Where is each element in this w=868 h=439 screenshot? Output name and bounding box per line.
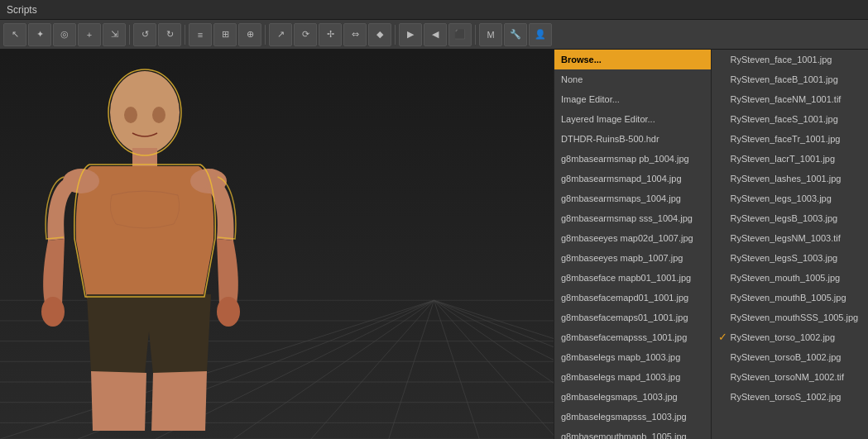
- dropdown-item-r1[interactable]: RySteven_face_1001.jpg: [712, 50, 869, 69]
- toolbar-separator: [475, 25, 476, 45]
- rotate-tool[interactable]: ◎: [53, 23, 76, 46]
- dropdown-item-label: RySteven_legsNM_1003.tif: [731, 233, 841, 243]
- gem-btn[interactable]: ◆: [368, 23, 391, 46]
- dropdown-item-r5[interactable]: RySteven_faceTr_1001.jpg: [712, 129, 869, 149]
- rec-btn[interactable]: ⬛: [448, 23, 472, 46]
- dropdown-item-r10[interactable]: RySteven_legsNM_1003.tif: [712, 228, 869, 248]
- dropdown-item-label: RySteven_faceS_1001.jpg: [731, 114, 838, 124]
- undo-btn[interactable]: ↺: [133, 23, 156, 46]
- svg-point-20: [110, 71, 180, 154]
- dropdown-item-r6[interactable]: RySteven_lacrT_1001.jpg: [712, 149, 869, 169]
- svg-point-24: [41, 297, 65, 327]
- dropdown-item-r2[interactable]: RySteven_faceB_1001.jpg: [712, 69, 869, 89]
- dropdown-item-label: RySteven_torso_1002.jpg: [731, 330, 836, 345]
- dropdown-item-r17[interactable]: RySteven_torsoNM_1002.tif: [712, 367, 869, 387]
- back-btn[interactable]: ◀: [424, 23, 447, 46]
- dropdown-item-layered-editor[interactable]: Layered Image Editor...: [554, 109, 711, 129]
- cursor-tool[interactable]: ↖: [3, 23, 26, 46]
- dropdown-item-g8mbase8[interactable]: g8mbasefacemapd01_1001.jpg: [554, 288, 711, 308]
- arrow-btn[interactable]: ↗: [269, 23, 292, 46]
- svg-point-28: [152, 107, 165, 123]
- svg-rect-21: [132, 148, 157, 169]
- dropdown-item-g8mbase5[interactable]: g8mbaseeyes map02d_1007.jpg: [554, 228, 711, 248]
- toolbar-separator: [185, 25, 185, 45]
- mirror-btn[interactable]: ⇔: [343, 23, 367, 46]
- scale-tool[interactable]: ⇲: [103, 23, 126, 46]
- add-btn[interactable]: ⊕: [238, 23, 261, 46]
- main-toolbar: ↖✦◎+⇲↺↻≡⊞⊕↗⟳✢⇔◆▶◀⬛M🔧👤: [0, 20, 868, 50]
- select-tool[interactable]: ✦: [28, 23, 51, 46]
- dropdown-panel: Browse...NoneImage Editor...Layered Imag…: [554, 50, 868, 439]
- top-menu-bar: Scripts: [0, 0, 868, 20]
- main-area: 🎥 ⊞ Perspective View ▼ Front DAZ3D下载: [0, 50, 868, 439]
- dropdown-left-column: Browse...NoneImage Editor...Layered Imag…: [554, 50, 712, 439]
- move-tool[interactable]: +: [78, 23, 101, 46]
- dropdown-item-g8mbase6[interactable]: g8mbaseeyes mapb_1007.jpg: [554, 248, 711, 268]
- dropdown-item-g8mbase14[interactable]: g8mbaselegsmapsss_1003.jpg: [554, 407, 711, 427]
- svg-line-16: [434, 300, 558, 439]
- dropdown-item-r12[interactable]: RySteven_mouth_1005.jpg: [712, 268, 869, 288]
- dropdown-item-r16[interactable]: RySteven_torsoB_1002.jpg: [712, 347, 869, 367]
- figure-btn[interactable]: 👤: [529, 23, 552, 46]
- dropdown-item-r15[interactable]: ✓RySteven_torso_1002.jpg: [712, 327, 869, 347]
- toolbar-separator: [265, 25, 266, 45]
- svg-point-27: [124, 107, 137, 123]
- dropdown-item-label: RySteven_lacrT_1001.jpg: [731, 154, 836, 164]
- tools-btn[interactable]: 🔧: [504, 23, 527, 46]
- dropdown-item-g8mbase13[interactable]: g8mbaselegsmaps_1003.jpg: [554, 387, 711, 407]
- toolbar-separator: [395, 25, 396, 45]
- dropdown-item-label: RySteven_lashes_1001.jpg: [731, 174, 842, 184]
- dropdown-item-label: RySteven_faceNM_1001.tif: [731, 94, 842, 104]
- checkmark-icon: ✓: [718, 330, 728, 345]
- dropdown-item-r3[interactable]: RySteven_faceNM_1001.tif: [712, 89, 869, 109]
- dropdown-item-g8mbase4[interactable]: g8mbasearmsmap sss_1004.jpg: [554, 208, 711, 228]
- dropdown-item-label: RySteven_torsoNM_1002.tif: [731, 372, 845, 382]
- dropdown-item-label: RySteven_legsS_1003.jpg: [731, 253, 838, 263]
- figure-3d: [17, 59, 281, 431]
- dropdown-item-label: RySteven_torsoS_1002.jpg: [731, 392, 842, 402]
- dropdown-item-label: RySteven_face_1001.jpg: [731, 55, 832, 64]
- dropdown-item-r14[interactable]: RySteven_mouthSSS_1005.jpg: [712, 308, 869, 327]
- dropdown-item-r7[interactable]: RySteven_lashes_1001.jpg: [712, 169, 869, 188]
- svg-point-25: [217, 297, 240, 327]
- dropdown-item-g8mbase11[interactable]: g8mbaselegs mapb_1003.jpg: [554, 347, 711, 367]
- redo-btn[interactable]: ↻: [158, 23, 181, 46]
- dropdown-item-r4[interactable]: RySteven_faceS_1001.jpg: [712, 109, 869, 129]
- dropdown-item-r11[interactable]: RySteven_legsS_1003.jpg: [712, 248, 869, 268]
- scripts-menu[interactable]: Scripts: [7, 4, 37, 16]
- grid-view-btn[interactable]: ⊞: [213, 23, 237, 46]
- refresh-btn[interactable]: ⟳: [294, 23, 317, 46]
- dropdown-item-label: RySteven_faceTr_1001.jpg: [731, 134, 841, 144]
- dropdown-item-g8mbase7[interactable]: g8mbaseface mapb01_1001.jpg: [554, 268, 711, 288]
- list-btn[interactable]: ≡: [189, 23, 212, 46]
- dropdown-item-none[interactable]: None: [554, 69, 711, 89]
- transform-btn[interactable]: ✢: [319, 23, 342, 46]
- dropdown-item-browse[interactable]: Browse...: [554, 50, 711, 69]
- dropdown-right-column: RySteven_face_1001.jpgRySteven_faceB_100…: [712, 50, 869, 439]
- dropdown-item-g8mbase2[interactable]: g8mbasearmsmapd_1004.jpg: [554, 169, 711, 188]
- dropdown-item-image-editor[interactable]: Image Editor...: [554, 89, 711, 109]
- svg-line-13: [311, 300, 434, 439]
- morph-btn[interactable]: M: [479, 23, 502, 46]
- dropdown-item-dthdr[interactable]: DTHDR-RuinsB-500.hdr: [554, 129, 711, 149]
- dropdown-item-g8mbase15[interactable]: g8mbasemouthmapb_1005.jpg: [554, 427, 711, 439]
- dropdown-item-g8mbase1[interactable]: g8mbasearmsmap pb_1004.jpg: [554, 149, 711, 169]
- dropdown-item-g8mbase9[interactable]: g8mbasefacemaps01_1001.jpg: [554, 308, 711, 327]
- svg-line-14: [389, 300, 434, 439]
- dropdown-item-r8[interactable]: RySteven_legs_1003.jpg: [712, 188, 869, 208]
- dropdown-item-label: RySteven_faceB_1001.jpg: [731, 74, 838, 84]
- dropdown-item-label: RySteven_mouthB_1005.jpg: [731, 293, 846, 303]
- dropdown-item-label: RySteven_legsB_1003.jpg: [731, 213, 838, 223]
- dropdown-item-label: RySteven_legs_1003.jpg: [731, 193, 832, 203]
- play-btn[interactable]: ▶: [399, 23, 422, 46]
- dropdown-item-r13[interactable]: RySteven_mouthB_1005.jpg: [712, 288, 869, 308]
- dropdown-item-r9[interactable]: RySteven_legsB_1003.jpg: [712, 208, 869, 228]
- dropdown-item-g8mbase10[interactable]: g8mbasefacemapsss_1001.jpg: [554, 327, 711, 347]
- svg-line-15: [434, 300, 480, 439]
- dropdown-item-g8mbase12[interactable]: g8mbaselegs mapd_1003.jpg: [554, 367, 711, 387]
- toolbar-separator: [129, 25, 130, 45]
- dropdown-item-g8mbase3[interactable]: g8mbasearmsmaps_1004.jpg: [554, 188, 711, 208]
- dropdown-item-label: RySteven_mouthSSS_1005.jpg: [731, 313, 859, 322]
- dropdown-item-r18[interactable]: RySteven_torsoS_1002.jpg: [712, 387, 869, 407]
- dropdown-item-label: RySteven_mouth_1005.jpg: [731, 273, 841, 283]
